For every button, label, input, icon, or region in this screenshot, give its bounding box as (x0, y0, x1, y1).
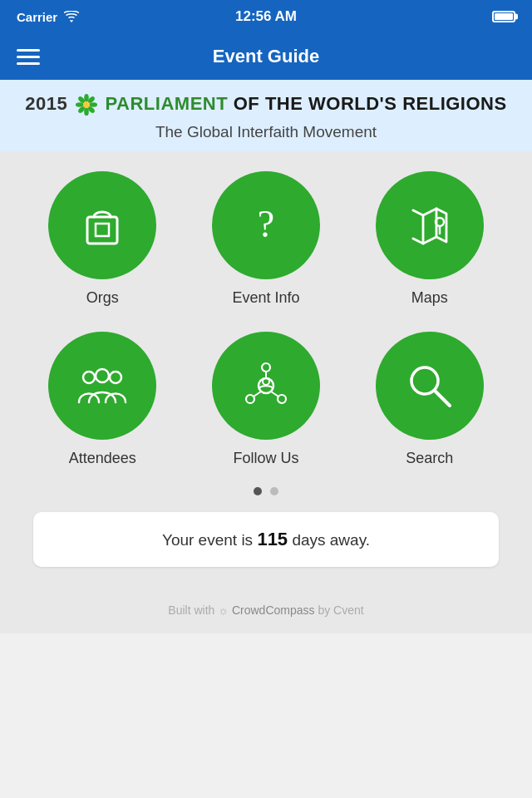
svg-point-3 (90, 102, 97, 107)
svg-point-1 (84, 94, 89, 101)
countdown-box: Your event is 115 days away. (33, 512, 499, 567)
maps-circle[interactable] (376, 171, 484, 279)
search-label: Search (406, 450, 453, 467)
orgs-circle[interactable] (48, 171, 156, 279)
people-icon (76, 359, 129, 412)
countdown-days: 115 (257, 529, 288, 549)
svg-rect-10 (87, 217, 117, 244)
icon-grid: Orgs ? Event Info Maps (25, 171, 507, 467)
banner-subtitle: The Global Interfaith Movement (8, 123, 524, 141)
status-bar: Carrier 12:56 AM (0, 0, 532, 33)
event-info-label: Event Info (232, 289, 299, 307)
shopping-bag-icon (76, 199, 129, 252)
hamburger-menu[interactable] (17, 49, 40, 65)
nav-header: Event Guide (0, 33, 532, 80)
svg-point-9 (83, 101, 89, 107)
maps-item[interactable]: Maps (352, 171, 507, 307)
countdown-prefix: Your event is (162, 531, 257, 549)
footer-by: by Cvent (318, 603, 363, 617)
event-info-item[interactable]: ? Event Info (189, 171, 344, 307)
countdown-text: Your event is 115 days away. (162, 531, 370, 549)
svg-text:?: ? (258, 203, 274, 245)
banner-year: 2015 (25, 93, 67, 114)
attendees-item[interactable]: Attendees (25, 332, 180, 467)
battery-indicator (492, 11, 515, 22)
parliament-logo-icon (75, 93, 98, 116)
follow-us-label: Follow Us (233, 450, 298, 467)
event-info-circle[interactable]: ? (212, 171, 320, 279)
search-circle[interactable] (376, 332, 484, 440)
banner-parliament: PARLIAMENT (106, 93, 229, 114)
carrier-label: Carrier (17, 10, 57, 24)
svg-line-28 (254, 392, 261, 397)
footer-brand: CrowdCompass (232, 603, 315, 617)
svg-point-22 (110, 372, 121, 383)
map-icon (403, 199, 456, 252)
attendees-label: Attendees (69, 450, 136, 467)
maps-label: Maps (411, 289, 448, 307)
magnifier-icon (403, 359, 456, 412)
network-icon (239, 359, 293, 412)
status-left: Carrier (17, 10, 79, 24)
dot-1 (254, 487, 262, 495)
orgs-label: Orgs (86, 289, 119, 307)
pagination-dots (25, 487, 507, 495)
footer-text: Built with ☼ CrowdCompass by Cvent (17, 603, 515, 617)
svg-point-5 (84, 108, 89, 116)
attendees-circle[interactable] (48, 332, 156, 440)
svg-point-25 (262, 363, 270, 372)
svg-point-20 (83, 372, 95, 383)
footer-built-with: Built with (168, 603, 214, 617)
search-item[interactable]: Search (352, 332, 507, 467)
footer: Built with ☼ CrowdCompass by Cvent (0, 587, 532, 633)
countdown-suffix: days away. (288, 531, 370, 549)
banner: 2015 PARLIAMENT OF THE WORLD'S RELIGIONS… (0, 80, 532, 151)
orgs-item[interactable]: Orgs (25, 171, 180, 307)
svg-line-30 (271, 392, 278, 397)
svg-point-21 (96, 369, 109, 382)
follow-us-circle[interactable] (212, 332, 320, 440)
wifi-icon (64, 11, 79, 22)
banner-title: 2015 PARLIAMENT OF THE WORLD'S RELIGIONS (8, 93, 524, 116)
banner-rest: OF THE WORLD'S RELIGIONS (228, 93, 507, 114)
svg-point-7 (76, 102, 83, 107)
follow-us-item[interactable]: Follow Us (189, 332, 344, 467)
status-time: 12:56 AM (235, 8, 297, 25)
question-mark-icon: ? (239, 199, 293, 252)
dot-2 (270, 487, 278, 495)
main-content: Orgs ? Event Info Maps (0, 151, 532, 587)
svg-line-32 (435, 391, 450, 406)
nav-title: Event Guide (213, 46, 319, 67)
